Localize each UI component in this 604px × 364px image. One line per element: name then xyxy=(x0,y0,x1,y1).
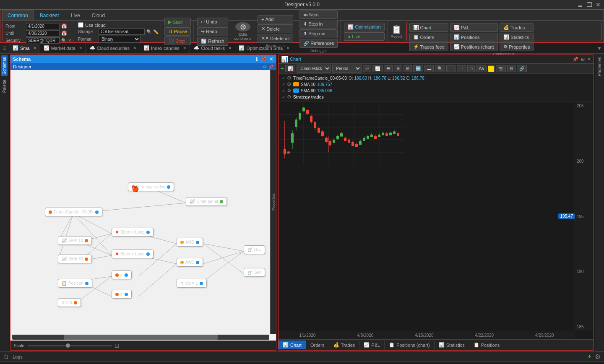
chart-snapshot-icon[interactable]: 📷 xyxy=(496,65,506,72)
doc-tab-sma[interactable]: 📊 Sma ✕ xyxy=(9,43,40,53)
chart-type-icon[interactable]: 📊 xyxy=(285,65,295,72)
legend-gear-4[interactable]: ⚙ xyxy=(287,94,292,100)
report-icon[interactable]: 📋 xyxy=(391,24,402,34)
position-node[interactable]: 📋 Position xyxy=(58,279,92,288)
tab-cloud[interactable]: Cloud xyxy=(86,10,110,20)
close-icon[interactable]: ✕ xyxy=(596,1,601,8)
chart-zoom-icon[interactable]: 🔍 xyxy=(435,65,445,72)
schemas-sidebar-item[interactable]: Schemas xyxy=(1,55,8,76)
schema-close-icon[interactable]: ✕ xyxy=(269,56,273,62)
log-icon[interactable]: 🗒 xyxy=(3,354,9,360)
restore-icon[interactable]: 🗖 xyxy=(586,1,592,8)
schema-pin-icon[interactable]: 📌 xyxy=(260,56,267,62)
positions-button[interactable]: 📊 Positions xyxy=(450,33,498,42)
tab-common[interactable]: Common xyxy=(2,10,34,20)
legend-gear-3[interactable]: ⚙ xyxy=(287,88,292,94)
bottom-tab-chart[interactable]: 📊 Chart xyxy=(279,341,306,349)
sma80-node[interactable]: 📈 SMA 80 xyxy=(58,255,92,263)
next-button[interactable]: ⏭ Next xyxy=(299,10,338,19)
trades-feed-button[interactable]: ⚡ Trades feed xyxy=(409,42,448,51)
chart-info-icon[interactable]: ⊞ xyxy=(581,57,585,62)
right-properties-tab[interactable]: Properties xyxy=(596,55,603,78)
vol-node[interactable]: π Vol = 1 xyxy=(177,279,207,288)
calendar2-icon[interactable]: 📅 xyxy=(61,31,67,36)
statistics-button[interactable]: 📊 Statistics xyxy=(500,33,534,42)
cloud-sec-tab-close[interactable]: ✕ xyxy=(133,46,136,50)
equals-node[interactable]: = xyxy=(112,270,132,279)
scale-fit-icon[interactable]: ⊡ xyxy=(115,342,120,349)
storage-search-icon[interactable]: 🔍 xyxy=(146,29,151,34)
from-input[interactable] xyxy=(26,23,60,29)
greater-node[interactable]: > xyxy=(112,290,132,299)
orders-button[interactable]: 📋 Orders xyxy=(409,33,448,42)
short-greater-long-node[interactable]: ✖ Short > Long xyxy=(112,228,154,237)
sell-node[interactable]: 🛒 Sell xyxy=(244,268,265,277)
format-select[interactable]: Binary xyxy=(99,36,141,43)
chart-area-icon[interactable]: 📈 xyxy=(372,65,383,72)
schema-properties-tab[interactable]: Properties xyxy=(270,70,276,334)
schema-scrollbar[interactable] xyxy=(12,335,269,340)
schema-scroll-thumb[interactable] xyxy=(64,335,218,340)
step-out-button[interactable]: ⬆ Step out xyxy=(299,29,338,38)
doc-tab-cloud-tasks[interactable]: ☁️ Cloud tasks ✕ xyxy=(190,43,235,53)
doc-tab-index[interactable]: 📊 Index candles ✕ xyxy=(140,43,190,53)
chart-color-tool[interactable] xyxy=(488,65,495,72)
positions-chart-button[interactable]: 📈 Positions (chart) xyxy=(450,42,498,51)
search-icon[interactable]: 🔍 xyxy=(61,38,66,43)
live-button[interactable]: ● Live xyxy=(344,32,384,41)
undo-button[interactable]: ↩ Undo xyxy=(197,18,228,26)
tab-backtest[interactable]: Backtest xyxy=(34,10,65,20)
use-cloud-checkbox[interactable] xyxy=(78,22,83,28)
market-tab-close[interactable]: ✕ xyxy=(79,46,82,50)
log-add-icon[interactable]: + xyxy=(588,353,591,361)
chart-bar-icon[interactable]: ▬ xyxy=(424,65,434,72)
step-in-button[interactable]: ⬇ Step in xyxy=(299,20,338,29)
chart-list-icon[interactable]: ☰ xyxy=(384,65,393,72)
optim-sma-close[interactable]: ✕ xyxy=(286,46,289,50)
chart-canvas[interactable]: 205 200 195 190 185 195.47 1/1/2020 4/8/… xyxy=(279,102,594,339)
schemas-icon[interactable]: ≡ xyxy=(0,43,9,53)
extra-conditions-circle[interactable]: ⊕ xyxy=(235,22,250,31)
doc-tab-cloud-sec[interactable]: ☁️ Cloud securities ✕ xyxy=(86,43,140,53)
framecandle-node[interactable]: FrameCandle_00-05- xyxy=(45,208,102,216)
chart-type-select[interactable]: Candlestick xyxy=(297,65,331,73)
period-select[interactable]: Period xyxy=(332,65,362,73)
scale-thumb[interactable] xyxy=(66,343,70,348)
chart-pin-icon[interactable]: 📌 xyxy=(573,57,578,62)
const-node[interactable]: π 0.0 xyxy=(58,298,81,307)
add-button[interactable]: + Add xyxy=(258,15,293,23)
chart-layout-icon[interactable]: ⊟ xyxy=(507,65,515,72)
index-tab-close[interactable]: ✕ xyxy=(183,46,186,50)
chart-close-icon[interactable]: ✕ xyxy=(587,57,591,62)
chart-add-icon[interactable]: + xyxy=(280,65,284,73)
chart-nav-arrows[interactable]: ⇄ xyxy=(363,65,371,72)
start-button[interactable]: ▶ Start xyxy=(164,18,191,26)
tab-live[interactable]: Live xyxy=(65,10,86,20)
window-controls[interactable]: 🗕 🗖 ✕ xyxy=(577,1,601,8)
strategy-trades-node[interactable]: 🍎 Strategy trades xyxy=(128,182,174,191)
clear-icon[interactable]: ✕ xyxy=(68,38,71,43)
designer-settings-icon[interactable]: ⚙ xyxy=(263,65,267,69)
and1-node[interactable]: + AND xyxy=(177,238,203,247)
palette-sidebar-item[interactable]: Palette xyxy=(1,78,8,94)
trades-button[interactable]: 💰 Trades xyxy=(500,23,534,32)
sma10-node[interactable]: 📈 SMA 10 xyxy=(58,236,92,245)
bottom-tab-stats[interactable]: 📊 Statistics xyxy=(435,341,469,349)
storage-input[interactable] xyxy=(99,29,145,35)
doc-tab-market-data[interactable]: 📈 Market data ✕ xyxy=(40,43,86,53)
storage-edit-icon[interactable]: ✏️ xyxy=(153,29,158,34)
legend-gear-1[interactable]: ⚙ xyxy=(287,75,292,81)
properties-button[interactable]: ⚙ Properties xyxy=(500,42,534,51)
optimization-button[interactable]: 📊 Optimization xyxy=(344,23,384,31)
chart-button[interactable]: 📊 Chart xyxy=(409,23,448,32)
log-settings-icon[interactable]: ⚙ xyxy=(595,353,601,361)
minimize-icon[interactable]: 🗕 xyxy=(577,1,583,8)
and2-node[interactable]: + AND xyxy=(177,258,203,267)
designer-pin-icon[interactable]: 📌 xyxy=(268,65,273,69)
chart-crosshair-icon[interactable]: ⊕ xyxy=(394,65,402,72)
doc-tab-optim-sma[interactable]: 📊 Optimization Sma ✕ xyxy=(235,43,293,53)
tabs-menu-icon[interactable]: ▼ xyxy=(595,46,604,51)
bottom-tab-orders[interactable]: Orders xyxy=(306,341,329,349)
chart-arrow-tool[interactable]: → xyxy=(457,65,466,72)
legend-gear-2[interactable]: ⚙ xyxy=(287,81,292,87)
